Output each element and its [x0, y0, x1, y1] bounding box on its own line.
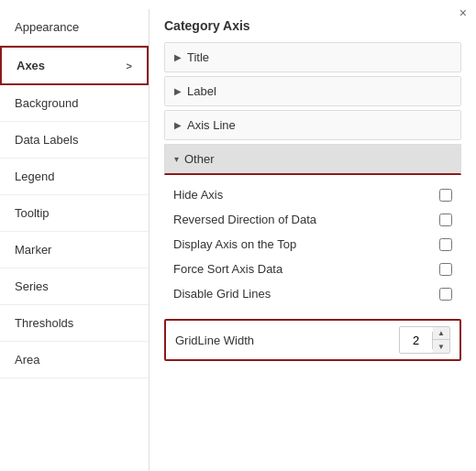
option-label-display-axis-top: Display Axis on the Top [173, 237, 439, 251]
collapsible-arrow-axis-line: ▶ [174, 120, 182, 130]
option-checkbox-disable-grid[interactable] [439, 288, 452, 301]
other-section-header[interactable]: ▾ Other [164, 144, 461, 175]
option-label-force-sort: Force Sort Axis Data [173, 262, 439, 276]
option-row-display-axis-top: Display Axis on the Top [164, 232, 461, 257]
dialog: × AppearanceAxes>BackgroundData LabelsLe… [0, 0, 476, 471]
option-row-disable-grid: Disable Grid Lines [164, 281, 461, 306]
sidebar-label-marker: Marker [15, 243, 51, 257]
sidebar-item-data-labels[interactable]: Data Labels [0, 122, 149, 159]
spinner-up-button[interactable]: ▲ [433, 327, 449, 340]
sidebar-label-background: Background [15, 96, 78, 110]
collapsible-label-axis-line: Axis Line [187, 118, 236, 132]
option-row-force-sort: Force Sort Axis Data [164, 257, 461, 281]
sidebar-item-series[interactable]: Series [0, 268, 149, 305]
sidebar-item-background[interactable]: Background [0, 85, 149, 122]
spinner-buttons: ▲ ▼ [433, 327, 449, 353]
sidebar-item-axes[interactable]: Axes> [0, 46, 149, 85]
sidebar-chevron-axes: > [127, 60, 132, 71]
collapsible-header-title[interactable]: ▶Title [165, 43, 460, 71]
collapsible-arrow-title: ▶ [174, 52, 182, 62]
other-section-label: Other [184, 152, 215, 166]
option-row-hide-axis: Hide Axis [164, 182, 461, 207]
close-button[interactable]: × [459, 5, 467, 20]
dialog-body: AppearanceAxes>BackgroundData LabelsLege… [0, 9, 476, 471]
option-label-hide-axis: Hide Axis [173, 188, 439, 202]
sidebar-label-axes: Axes [17, 59, 45, 72]
sidebar-item-area[interactable]: Area [0, 342, 149, 378]
option-checkbox-hide-axis[interactable] [439, 189, 452, 202]
gridline-spinner[interactable]: ▲ ▼ [399, 326, 450, 354]
collapsible-label: ▶Label [164, 76, 461, 106]
collapsible-header-label[interactable]: ▶Label [165, 77, 460, 105]
option-checkbox-display-axis-top[interactable] [439, 238, 452, 251]
collapsible-title: ▶Title [164, 42, 461, 72]
sidebar-item-tooltip[interactable]: Tooltip [0, 195, 149, 232]
option-checkbox-force-sort[interactable] [439, 263, 452, 276]
collapsible-label-title: Title [187, 50, 209, 64]
option-checkbox-reversed-direction[interactable] [439, 214, 452, 226]
sidebar-label-data-labels: Data Labels [15, 133, 78, 147]
sidebar-item-appearance[interactable]: Appearance [0, 9, 149, 46]
sidebar-item-legend[interactable]: Legend [0, 159, 149, 195]
gridline-label: GridLine Width [175, 334, 399, 347]
gridline-row: GridLine Width ▲ ▼ [164, 319, 461, 361]
sidebar-label-legend: Legend [15, 170, 54, 183]
sidebar-item-thresholds[interactable]: Thresholds [0, 305, 149, 342]
sidebar-item-marker[interactable]: Marker [0, 232, 149, 268]
option-row-reversed-direction: Reversed Direction of Data [164, 207, 461, 232]
main-content: Category Axis ▶Title▶Label▶Axis Line ▾ O… [149, 9, 476, 471]
other-arrow-icon: ▾ [174, 154, 179, 164]
option-label-disable-grid: Disable Grid Lines [173, 287, 439, 301]
sidebar-label-thresholds: Thresholds [15, 316, 73, 330]
option-label-reversed-direction: Reversed Direction of Data [173, 213, 439, 226]
sidebar-label-area: Area [15, 353, 39, 367]
section-title: Category Axis [164, 18, 461, 33]
sidebar: AppearanceAxes>BackgroundData LabelsLege… [0, 9, 149, 471]
collapsible-header-axis-line[interactable]: ▶Axis Line [165, 111, 460, 139]
collapsibles-container: ▶Title▶Label▶Axis Line [164, 42, 461, 140]
sidebar-label-tooltip: Tooltip [15, 206, 50, 220]
sidebar-label-series: Series [15, 279, 49, 293]
sidebar-label-appearance: Appearance [15, 20, 79, 34]
collapsible-label-label: Label [187, 84, 216, 98]
spinner-down-button[interactable]: ▼ [433, 340, 449, 353]
collapsible-arrow-label: ▶ [174, 86, 182, 96]
options-list: Hide AxisReversed Direction of DataDispl… [164, 175, 461, 313]
collapsible-axis-line: ▶Axis Line [164, 110, 461, 140]
gridline-input[interactable] [400, 332, 433, 349]
